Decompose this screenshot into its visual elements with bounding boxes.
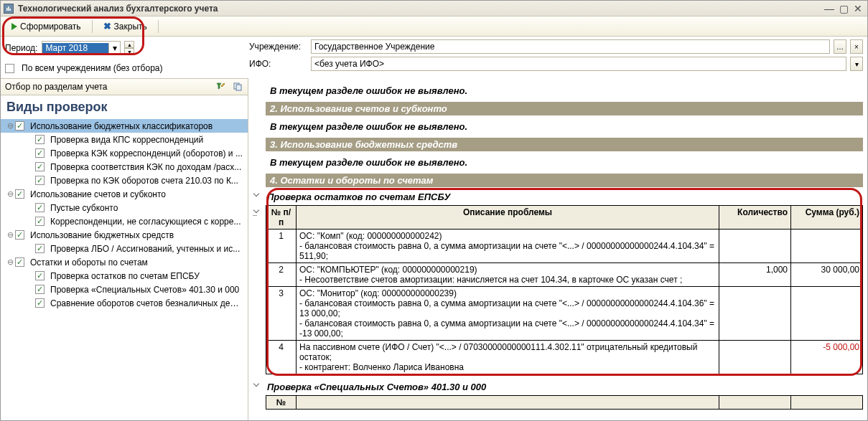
check-title-1: Проверка остатков по счетам ЕПСБУ	[266, 189, 863, 205]
tree-collapse-icon[interactable]: ⊖	[5, 257, 15, 267]
cell-desc: ОС: "Монитор" (код: 000000000000239) - б…	[297, 287, 719, 341]
ifo-dropdown-button[interactable]: ▾	[850, 57, 863, 71]
maximize-button[interactable]: ▢	[837, 3, 850, 14]
tree-node[interactable]: Пустые субконто	[1, 201, 248, 214]
tree-label: Проверка остатков по счетам ЕПСБУ	[50, 271, 200, 281]
org-value: Государственное Учреждение	[314, 42, 434, 52]
cell-sum: -5 000,00	[791, 341, 863, 374]
tree-collapse-icon[interactable]: ⊖	[5, 189, 15, 199]
copy-icon[interactable]	[232, 81, 243, 93]
tree-node[interactable]: Проверка остатков по счетам ЕПСБУ	[1, 269, 248, 283]
period-dropdown-button[interactable]: ▾	[108, 43, 120, 53]
left-panel: Отбор по разделам учета Виды проверок ⊖И…	[1, 78, 248, 420]
tree-node[interactable]: Проверка по КЭК оборотов счета 210.03 по…	[1, 174, 248, 187]
section-title-4: 4. Остатки и обороты по счетам	[266, 174, 863, 187]
tree-node[interactable]: Сравнение оборотов счетов безналичных де…	[1, 296, 248, 310]
tree-checkbox[interactable]	[35, 285, 45, 294]
svg-rect-4	[236, 85, 241, 90]
tree-checkbox[interactable]	[15, 189, 24, 199]
tree-checkbox[interactable]	[35, 148, 45, 158]
close-button[interactable]: ✖ Закрыть	[97, 19, 154, 34]
titlebar: Технологический анализ бухгалтерского уч…	[1, 1, 867, 16]
minimize-button[interactable]: —	[823, 3, 836, 14]
ifo-field[interactable]: <без учета ИФО>	[311, 57, 846, 71]
cell-number: 4	[266, 341, 297, 374]
tree-label: Пустые субконто	[50, 203, 118, 213]
cell-number: 1	[266, 230, 297, 263]
tree-checkbox[interactable]	[35, 162, 45, 171]
tree-label: Проверка ЛБО / Ассигнований, учтенных и …	[50, 244, 240, 254]
table-row[interactable]: 3ОС: "Монитор" (код: 000000000000239) - …	[266, 287, 863, 341]
ifo-label: ИФО:	[249, 59, 307, 69]
cell-qty: 1,000	[719, 263, 791, 287]
th-desc: Описание проблемы	[297, 206, 719, 230]
collapse-toggle[interactable]	[253, 381, 260, 388]
tree-checkbox[interactable]	[35, 217, 45, 226]
tree-node[interactable]: ⊖Использование бюджетных классификаторов	[1, 119, 248, 133]
tree-label: Остатки и обороты по счетам	[30, 257, 148, 268]
tree-checkbox[interactable]	[35, 176, 45, 185]
tree-collapse-icon[interactable]: ⊖	[5, 230, 15, 240]
no-errors-text: В текущем разделе ошибок не выявлено.	[266, 153, 863, 172]
table-header-row: № п/п Описание проблемы Количество Сумма…	[266, 206, 863, 230]
tree-checkbox[interactable]	[15, 230, 24, 240]
tree-label: Использование бюджетных средств	[30, 230, 174, 240]
svg-rect-0	[6, 8, 8, 11]
close-window-button[interactable]: ✕	[851, 3, 864, 14]
table-row[interactable]: 2ОС: "КОМПЬЮТЕР" (код: 000000000000219) …	[266, 263, 863, 287]
filter-edit-icon[interactable]	[215, 81, 226, 93]
cell-qty	[719, 230, 791, 263]
table-row[interactable]: 1ОС: "Комп" (код: 000000000000242) - бал…	[266, 230, 863, 263]
tree-checkbox[interactable]	[35, 203, 45, 212]
tree-node[interactable]: Проверка КЭК корреспонденций (оборотов) …	[1, 146, 248, 160]
tree-checkbox[interactable]	[15, 121, 24, 131]
org-pick-button[interactable]: …	[834, 39, 846, 54]
close-button-label: Закрыть	[114, 22, 147, 32]
problems-table-wrap: № п/п Описание проблемы Количество Сумма…	[266, 205, 863, 374]
period-spin-down[interactable]: ▼	[124, 48, 134, 55]
tree-node[interactable]: ⊖Использование бюджетных средств	[1, 228, 248, 242]
form-button[interactable]: Сформировать	[5, 19, 88, 34]
period-input[interactable]: Март 2018 ▾	[42, 41, 121, 55]
toolbar: Сформировать ✖ Закрыть	[1, 16, 867, 37]
app-icon	[4, 4, 14, 14]
period-value: Март 2018	[42, 43, 108, 53]
cell-number: 2	[266, 263, 297, 287]
tree-node[interactable]: Проверка соответствия КЭК по доходам /ра…	[1, 160, 248, 174]
tree-checkbox[interactable]	[35, 244, 45, 253]
checks-tree: ⊖Использование бюджетных классификаторов…	[1, 119, 248, 420]
th-desc	[297, 396, 719, 410]
cell-sum: 30 000,00	[791, 263, 863, 287]
toolbar-wrap: Сформировать ✖ Закрыть Период: Март 2018…	[1, 16, 867, 78]
collapse-toggle[interactable]	[253, 207, 260, 214]
table-row[interactable]: 4На пассивном счете (ИФО / Счет) "<...> …	[266, 341, 863, 374]
window-title: Технологический анализ бухгалтерского уч…	[18, 4, 823, 14]
tree-checkbox[interactable]	[35, 298, 45, 308]
th-number: № п/п	[266, 206, 297, 230]
cell-qty	[719, 341, 791, 374]
org-field[interactable]: Государственное Учреждение	[311, 39, 830, 54]
tree-node[interactable]: ⊖Использование счетов и субконто	[1, 187, 248, 201]
cell-desc: На пассивном счете (ИФО / Счет) "<...> /…	[297, 341, 719, 374]
th-sum: Сумма (руб.)	[791, 206, 863, 230]
tree-label: Проверка по КЭК оборотов счета 210.03 по…	[50, 176, 238, 186]
tree-collapse-icon[interactable]: ⊖	[5, 121, 15, 131]
tree-checkbox[interactable]	[35, 135, 45, 144]
collapse-toggle[interactable]	[253, 191, 260, 198]
tree-node[interactable]: Проверка ЛБО / Ассигнований, учтенных и …	[1, 242, 248, 255]
tree-node[interactable]: Проверка «Специальных Счетов» 401.30 и 0…	[1, 283, 248, 296]
period-spin-up[interactable]: ▲	[124, 41, 134, 48]
tree-label: Использование счетов и субконто	[30, 189, 166, 199]
problems-table: № п/п Описание проблемы Количество Сумма…	[266, 205, 863, 374]
tree-node[interactable]: ⊖Остатки и обороты по счетам	[1, 255, 248, 269]
period-spinner: ▲ ▼	[124, 41, 134, 55]
tree-node[interactable]: Корреспонденции, не согласующиеся с корр…	[1, 214, 248, 228]
cell-sum	[791, 287, 863, 341]
tree-node[interactable]: Проверка вида КПС корреспонденций	[1, 133, 248, 146]
all-orgs-checkbox[interactable]	[5, 64, 14, 73]
report-panel[interactable]: В текущем разделе ошибок не выявлено. 2.…	[248, 78, 867, 420]
tree-checkbox[interactable]	[35, 271, 45, 280]
left-section-title: Отбор по разделам учета	[5, 82, 107, 92]
org-clear-button[interactable]: ×	[850, 39, 863, 54]
tree-checkbox[interactable]	[15, 257, 24, 267]
